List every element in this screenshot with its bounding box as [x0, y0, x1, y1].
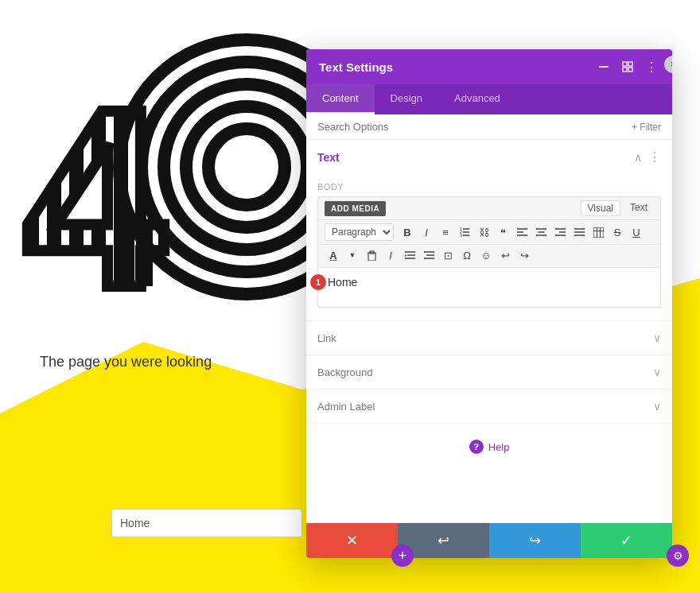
filter-label: + Filter: [632, 122, 661, 133]
svg-rect-17: [142, 223, 153, 286]
text-section: Text ∧ ⋮ Body ADD MEDIA Visual: [306, 140, 672, 321]
svg-text:3: 3: [460, 233, 462, 238]
visual-toggle-button[interactable]: Visual: [581, 200, 620, 216]
help-button[interactable]: ? Help: [469, 440, 510, 454]
action-bar: ✕ ↩ ↪ ✓: [306, 523, 672, 558]
admin-label-section[interactable]: Admin Label ∨: [306, 390, 672, 424]
align-center-icon[interactable]: [532, 223, 550, 241]
unordered-list-icon[interactable]: ≡: [437, 223, 454, 241]
save-button[interactable]: ✓: [581, 523, 672, 558]
undo-editor-icon[interactable]: ↩: [496, 246, 514, 264]
svg-rect-41: [593, 227, 604, 238]
text-italic-icon[interactable]: I: [382, 246, 399, 264]
section-header-icons: ∧ ⋮: [634, 149, 661, 165]
justify-icon[interactable]: [570, 223, 588, 241]
panel-title: Text Settings: [319, 60, 393, 74]
text-section-more-icon[interactable]: ⋮: [648, 149, 661, 165]
add-media-button[interactable]: ADD MEDIA: [325, 201, 386, 216]
add-module-button[interactable]: +: [391, 545, 414, 567]
background-chevron-icon: ∨: [653, 366, 661, 378]
panel-header: Text Settings ⋮: [306, 49, 672, 84]
search-options-input[interactable]: [317, 121, 632, 133]
editor-text: Home: [328, 276, 357, 289]
background-section[interactable]: Background ∨: [306, 355, 672, 390]
home-input[interactable]: [111, 509, 302, 537]
svg-rect-22: [623, 68, 627, 72]
emoji-icon[interactable]: ☺: [477, 246, 495, 264]
editor-badge: 1: [310, 274, 326, 290]
strikethrough-icon[interactable]: S: [609, 223, 626, 241]
fullscreen-icon[interactable]: ⊡: [439, 246, 457, 264]
font-color-dropdown[interactable]: ▼: [344, 246, 361, 264]
svg-rect-18: [599, 66, 609, 68]
panel-content: Text ∧ ⋮ Body ADD MEDIA Visual: [306, 140, 672, 558]
tab-content[interactable]: Content: [306, 84, 375, 114]
panel-tabs: Content Design Advanced: [306, 84, 672, 114]
redo-editor-icon[interactable]: ↪: [515, 246, 533, 264]
align-left-icon[interactable]: [513, 223, 531, 241]
ordered-list-icon[interactable]: 123: [456, 223, 473, 241]
admin-label-chevron-icon: ∨: [653, 400, 661, 413]
subtitle-text: The page you were looking: [40, 354, 212, 370]
editor-content-area[interactable]: 1 Home: [317, 268, 661, 308]
font-color-icon[interactable]: A: [325, 246, 342, 264]
indent-icon[interactable]: [401, 246, 418, 264]
outdent-icon[interactable]: [420, 246, 438, 264]
link-icon[interactable]: ⛓: [475, 223, 492, 241]
redo-button[interactable]: ↪: [489, 523, 581, 558]
svg-point-15: [227, 147, 266, 187]
settings-gear-button[interactable]: ⚙: [667, 545, 689, 567]
paragraph-select[interactable]: Paragraph Heading 1 Heading 2 Heading 3: [325, 223, 394, 241]
bold-icon[interactable]: B: [399, 223, 416, 241]
toolbar-icon-row-2: A ▼ I ⊡ Ω ☺: [318, 244, 660, 267]
toolbar-top-row: ADD MEDIA Visual Text: [318, 197, 660, 220]
special-char-icon[interactable]: Ω: [458, 246, 476, 264]
search-options-bar: + Filter: [306, 114, 672, 140]
help-icon: ?: [469, 440, 484, 454]
blockquote-icon[interactable]: ❝: [494, 223, 511, 241]
body-section: Body ADD MEDIA Visual Text: [306, 174, 672, 320]
cancel-button[interactable]: ✕: [306, 523, 398, 558]
text-toggle-button[interactable]: Text: [624, 200, 654, 216]
tab-advanced[interactable]: Advanced: [438, 84, 516, 114]
text-section-header[interactable]: Text ∧ ⋮: [306, 140, 672, 174]
resize-icon[interactable]: [620, 59, 636, 75]
more-options-icon[interactable]: ⋮: [644, 59, 659, 75]
minimize-icon[interactable]: [596, 59, 612, 75]
background-section-title: Background: [317, 366, 372, 378]
svg-rect-20: [628, 62, 632, 66]
svg-rect-21: [628, 68, 632, 72]
view-toggle: Visual Text: [581, 200, 654, 216]
admin-label-title: Admin Label: [317, 401, 375, 413]
toolbar-icon-row-1: Paragraph Heading 1 Heading 2 Heading 3 …: [318, 220, 660, 244]
table-icon[interactable]: [589, 223, 607, 241]
panel-header-icons: ⋮: [596, 59, 659, 75]
editor-toolbar: ADD MEDIA Visual Text Paragraph Heading …: [317, 196, 661, 268]
underline-icon[interactable]: U: [628, 223, 645, 241]
paste-icon[interactable]: [363, 246, 380, 264]
settings-panel: × Text Settings ⋮ Content Design Advance…: [306, 49, 672, 558]
filter-button[interactable]: + Filter: [632, 122, 661, 133]
italic-icon[interactable]: I: [418, 223, 435, 241]
help-label: Help: [488, 441, 510, 453]
tab-design[interactable]: Design: [375, 84, 438, 114]
badge-number: 1: [316, 277, 321, 287]
chevron-up-icon: ∧: [634, 151, 642, 164]
link-section-title: Link: [317, 332, 336, 344]
text-section-title: Text: [317, 151, 340, 164]
page-subtitle: The page you were looking: [40, 354, 212, 370]
help-section: ? Help: [306, 424, 672, 470]
svg-rect-19: [623, 62, 627, 66]
svg-rect-16: [123, 223, 134, 286]
align-right-icon[interactable]: [551, 223, 569, 241]
link-section[interactable]: Link ∨: [306, 321, 672, 355]
body-label: Body: [317, 182, 661, 192]
link-chevron-icon: ∨: [653, 331, 661, 344]
close-x-icon: ×: [670, 59, 672, 70]
